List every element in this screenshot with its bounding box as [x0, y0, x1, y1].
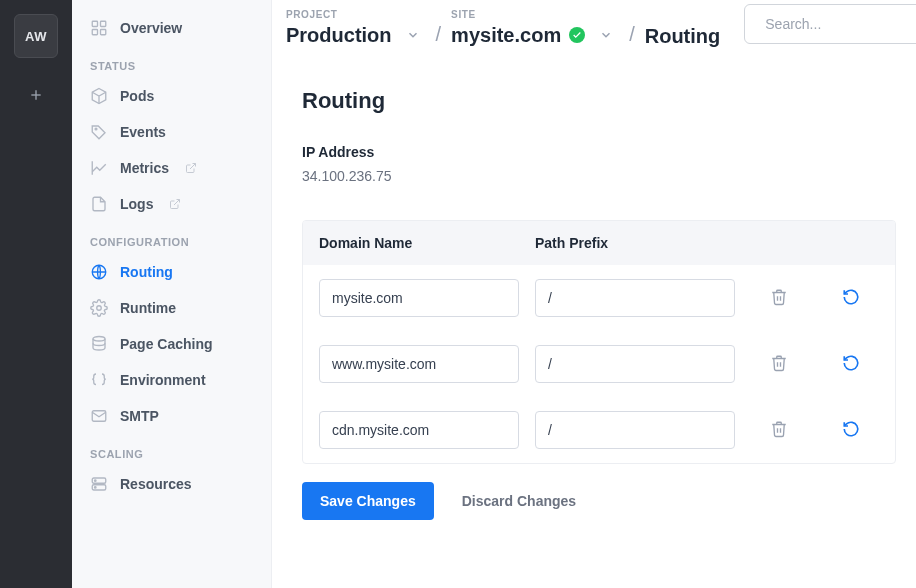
sidebar-item-smtp[interactable]: SMTP: [72, 398, 271, 434]
delete-row-button[interactable]: [762, 281, 796, 315]
external-link-icon: [169, 197, 183, 211]
topbar: PROJECT Production / SITE mysite.com: [272, 0, 916, 58]
svg-line-7: [190, 164, 196, 170]
discard-button[interactable]: Discard Changes: [462, 493, 576, 509]
svg-rect-5: [101, 30, 106, 35]
sidebar-item-label: SMTP: [120, 408, 159, 424]
left-rail: AW: [0, 0, 72, 588]
svg-point-16: [95, 487, 97, 489]
workspace-badge[interactable]: AW: [14, 14, 58, 58]
sidebar-item-runtime[interactable]: Runtime: [72, 290, 271, 326]
sidebar-item-events[interactable]: Events: [72, 114, 271, 150]
sidebar-item-logs[interactable]: Logs: [72, 186, 271, 222]
sidebar-item-label: Page Caching: [120, 336, 213, 352]
project-dropdown[interactable]: [400, 22, 426, 48]
delete-row-button[interactable]: [762, 347, 796, 381]
site-status-badge: [569, 27, 585, 43]
svg-rect-2: [92, 21, 97, 26]
add-workspace-button[interactable]: [14, 76, 58, 114]
content: Routing IP Address 34.100.236.75 Domain …: [272, 58, 916, 588]
breadcrumb-project-label: PROJECT: [286, 9, 426, 20]
grid-icon: [90, 19, 108, 37]
search-input[interactable]: [765, 16, 916, 32]
svg-rect-3: [101, 21, 106, 26]
delete-row-button[interactable]: [762, 413, 796, 447]
trash-icon: [770, 354, 788, 375]
tag-icon: [90, 123, 108, 141]
external-link-icon: [185, 161, 199, 175]
sidebar-item-label: Metrics: [120, 160, 169, 176]
braces-icon: [90, 371, 108, 389]
globe-icon: [90, 263, 108, 281]
reload-icon: [842, 354, 860, 375]
trash-icon: [770, 288, 788, 309]
svg-point-15: [95, 480, 97, 482]
table-row: [303, 397, 895, 463]
ip-address-label: IP Address: [302, 144, 896, 160]
site-dropdown[interactable]: [593, 22, 619, 48]
svg-rect-4: [92, 30, 97, 35]
reload-row-button[interactable]: [834, 413, 868, 447]
main: PROJECT Production / SITE mysite.com: [272, 0, 916, 588]
chart-icon: [90, 159, 108, 177]
sidebar-item-label: Logs: [120, 196, 153, 212]
sidebar-item-label: Pods: [120, 88, 154, 104]
col-domain-name: Domain Name: [319, 235, 519, 251]
page-title: Routing: [302, 88, 896, 114]
reload-row-button[interactable]: [834, 347, 868, 381]
routing-table: Domain Name Path Prefix: [302, 220, 896, 464]
breadcrumb-site: SITE mysite.com: [451, 9, 619, 48]
sidebar-item-environment[interactable]: Environment: [72, 362, 271, 398]
breadcrumb-site-value: mysite.com: [451, 24, 561, 47]
breadcrumb-separator: /: [629, 23, 635, 48]
path-prefix-input[interactable]: [535, 345, 735, 383]
chevron-down-icon: [599, 28, 613, 42]
actions-bar: Save Changes Discard Changes: [302, 482, 896, 520]
ip-address-value: 34.100.236.75: [302, 168, 896, 184]
server-icon: [90, 475, 108, 493]
breadcrumb-page-label-spacer: [645, 12, 721, 23]
sidebar-item-resources[interactable]: Resources: [72, 466, 271, 502]
trash-icon: [770, 420, 788, 441]
reload-row-button[interactable]: [834, 281, 868, 315]
sidebar-item-label: Resources: [120, 476, 192, 492]
breadcrumb-project-value: Production: [286, 24, 392, 47]
breadcrumb-site-label: SITE: [451, 9, 619, 20]
routing-table-head: Domain Name Path Prefix: [303, 221, 895, 265]
sidebar: OverviewSTATUSPodsEventsMetricsLogsCONFI…: [72, 0, 272, 588]
mail-icon: [90, 407, 108, 425]
reload-icon: [842, 288, 860, 309]
svg-point-6: [95, 128, 97, 130]
domain-input[interactable]: [319, 411, 519, 449]
sidebar-item-pods[interactable]: Pods: [72, 78, 271, 114]
sidebar-item-page-caching[interactable]: Page Caching: [72, 326, 271, 362]
breadcrumb-separator: /: [436, 23, 442, 48]
document-icon: [90, 195, 108, 213]
path-prefix-input[interactable]: [535, 411, 735, 449]
chevron-down-icon: [406, 28, 420, 42]
sidebar-item-label: Environment: [120, 372, 206, 388]
sidebar-item-label: Events: [120, 124, 166, 140]
svg-line-8: [174, 200, 180, 206]
table-row: [303, 265, 895, 331]
reload-icon: [842, 420, 860, 441]
breadcrumb-page: Routing: [645, 12, 721, 48]
domain-input[interactable]: [319, 345, 519, 383]
breadcrumb: PROJECT Production / SITE mysite.com: [286, 9, 720, 48]
database-icon: [90, 335, 108, 353]
gear-icon: [90, 299, 108, 317]
save-button[interactable]: Save Changes: [302, 482, 434, 520]
svg-point-10: [97, 306, 102, 311]
path-prefix-input[interactable]: [535, 279, 735, 317]
domain-input[interactable]: [319, 279, 519, 317]
sidebar-item-label: Overview: [120, 20, 182, 36]
sidebar-group-label: SCALING: [72, 434, 271, 466]
sidebar-group-label: STATUS: [72, 46, 271, 78]
table-row: [303, 331, 895, 397]
sidebar-item-label: Routing: [120, 264, 173, 280]
sidebar-item-routing[interactable]: Routing: [72, 254, 271, 290]
search-box[interactable]: [744, 4, 916, 44]
svg-point-11: [93, 337, 105, 342]
sidebar-item-overview[interactable]: Overview: [72, 10, 271, 46]
sidebar-item-metrics[interactable]: Metrics: [72, 150, 271, 186]
